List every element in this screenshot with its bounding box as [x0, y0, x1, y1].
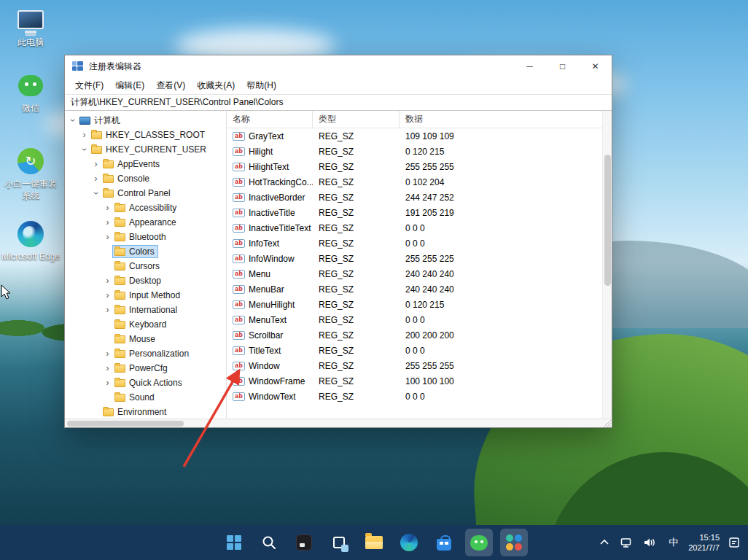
registry-value-row-windowtext[interactable]: abWindowTextREG_SZ0 0 0: [227, 389, 602, 404]
menu-favorites[interactable]: 收藏夹(A): [191, 77, 241, 94]
value-data: 240 240 240: [400, 284, 602, 295]
registry-value-row-inactiveborder[interactable]: abInactiveBorderREG_SZ244 247 252: [227, 190, 602, 205]
search-button[interactable]: [255, 529, 283, 556]
resize-grip[interactable]: [604, 420, 611, 427]
registry-value-row-menubar[interactable]: abMenuBarREG_SZ240 240 240: [227, 281, 602, 297]
tree-item-colors[interactable]: Colors: [65, 244, 226, 259]
notification-center-button[interactable]: [726, 534, 742, 551]
xiaobai-taskbar-button[interactable]: [500, 529, 528, 556]
tree-item-appevents[interactable]: ›AppEvents: [65, 157, 226, 171]
tree-item-international[interactable]: ›International: [65, 303, 226, 317]
chevron-collapsed-icon[interactable]: ›: [91, 159, 101, 169]
tree-item-bluetooth[interactable]: ›Bluetooth: [65, 230, 226, 244]
chevron-collapsed-icon[interactable]: ›: [103, 363, 112, 373]
desktop-icon-wechat[interactable]: 微信: [0, 71, 61, 114]
tree-item-quick-actions[interactable]: ›Quick Actions: [65, 376, 226, 390]
file-explorer-button[interactable]: [360, 529, 388, 556]
desktop-icon-edge[interactable]: Microsoft Edge: [0, 220, 61, 263]
chevron-collapsed-icon[interactable]: ›: [103, 232, 112, 242]
column-header-data[interactable]: 数据: [400, 113, 602, 125]
folder-icon: [114, 292, 125, 300]
tree-item-hkey-classes-root[interactable]: ›HKEY_CLASSES_ROOT: [65, 128, 226, 142]
volume-button[interactable]: [642, 535, 658, 550]
registry-value-row-graytext[interactable]: abGrayTextREG_SZ109 109 109: [227, 128, 602, 144]
registry-value-row-infotext[interactable]: abInfoTextREG_SZ0 0 0: [227, 236, 602, 251]
tray-expand-button[interactable]: [597, 537, 612, 548]
chevron-expanded-icon[interactable]: ›: [91, 189, 101, 198]
chevron-collapsed-icon[interactable]: ›: [103, 378, 112, 388]
registry-value-row-menutext[interactable]: abMenuTextREG_SZ0 0 0: [227, 312, 602, 327]
registry-value-row-menuhilight[interactable]: abMenuHilightREG_SZ0 120 215: [227, 297, 602, 312]
maximize-button[interactable]: □: [546, 55, 579, 77]
wechat-taskbar-button[interactable]: [465, 529, 493, 556]
network-button[interactable]: [618, 535, 635, 550]
registry-value-row-hottrackingco[interactable]: abHotTrackingCo...REG_SZ0 102 204: [227, 174, 602, 190]
registry-value-row-hilighttext[interactable]: abHilightTextREG_SZ255 255 255: [227, 159, 602, 174]
dark-app-button[interactable]: [290, 529, 318, 556]
column-header-name[interactable]: 名称: [227, 111, 313, 128]
registry-value-row-hilight[interactable]: abHilightREG_SZ0 120 215: [227, 144, 602, 159]
string-value-icon: ab: [233, 209, 245, 217]
horizontal-scrollbar[interactable]: [65, 419, 612, 427]
start-button[interactable]: [220, 529, 248, 556]
tree-item-environment[interactable]: Environment: [65, 405, 226, 419]
edge-button[interactable]: [395, 529, 423, 556]
chevron-collapsed-icon[interactable]: ›: [91, 174, 101, 184]
folder-icon: [114, 350, 125, 358]
chevron-collapsed-icon[interactable]: ›: [103, 276, 112, 286]
close-button[interactable]: ✕: [579, 55, 612, 77]
tree-item-accessibility[interactable]: ›Accessibility: [65, 201, 226, 215]
scrollbar-thumb[interactable]: [67, 421, 184, 427]
folder-icon: [91, 131, 102, 139]
registry-value-row-titletext[interactable]: abTitleTextREG_SZ0 0 0: [227, 343, 602, 358]
tree-item-personalization[interactable]: ›Personalization: [65, 346, 226, 361]
tree-item-keyboard[interactable]: Keyboard: [65, 317, 226, 332]
address-bar[interactable]: 计算机\HKEY_CURRENT_USER\Control Panel\Colo…: [65, 95, 612, 111]
menu-file[interactable]: 文件(F): [69, 77, 109, 94]
chevron-collapsed-icon[interactable]: ›: [103, 305, 112, 315]
folder-icon: [114, 204, 125, 212]
vertical-scrollbar[interactable]: [602, 111, 612, 419]
registry-value-row-scrollbar[interactable]: abScrollbarREG_SZ200 200 200: [227, 327, 602, 343]
chevron-collapsed-icon[interactable]: ›: [103, 217, 112, 228]
tree-item-appearance[interactable]: ›Appearance: [65, 215, 226, 230]
task-view-button[interactable]: [325, 529, 353, 556]
tree-item-input-method[interactable]: ›Input Method: [65, 288, 226, 303]
taskbar-clock[interactable]: 15:15 2021/7/7: [688, 532, 720, 553]
menu-edit[interactable]: 编辑(E): [109, 77, 150, 94]
tree-item-powercfg[interactable]: ›PowerCfg: [65, 361, 226, 376]
menu-help[interactable]: 帮助(H): [241, 77, 282, 94]
menu-view[interactable]: 查看(V): [150, 77, 191, 94]
chevron-collapsed-icon[interactable]: ›: [103, 203, 112, 213]
tree-item-control-panel[interactable]: ›Control Panel: [65, 186, 226, 201]
registry-value-row-window[interactable]: abWindowREG_SZ255 255 255: [227, 358, 602, 373]
chevron-expanded-icon[interactable]: ›: [79, 145, 90, 155]
tree-item-sound[interactable]: Sound: [65, 390, 226, 405]
registry-value-row-infowindow[interactable]: abInfoWindowREG_SZ255 255 225: [227, 251, 602, 266]
desktop-icon-label: 微信: [22, 103, 39, 114]
chevron-collapsed-icon[interactable]: ›: [103, 349, 112, 359]
column-header-type[interactable]: 类型: [313, 111, 400, 128]
tree-item-console[interactable]: ›Console: [65, 171, 226, 186]
tree-item-hkey-current-user[interactable]: ›HKEY_CURRENT_USER: [65, 142, 226, 157]
registry-value-row-windowframe[interactable]: abWindowFrameREG_SZ100 100 100: [227, 373, 602, 389]
registry-value-row-menu[interactable]: abMenuREG_SZ240 240 240: [227, 266, 602, 281]
registry-value-row-inactivetitle[interactable]: abInactiveTitleREG_SZ191 205 219: [227, 205, 602, 220]
ime-indicator[interactable]: 中: [665, 534, 682, 551]
registry-value-row-inactivetitletext[interactable]: abInactiveTitleTextREG_SZ0 0 0: [227, 220, 602, 236]
tree-item-[interactable]: ›计算机: [65, 113, 226, 128]
title-bar[interactable]: 注册表编辑器 ─ □ ✕: [65, 55, 612, 77]
tree-item-label: Environment: [117, 407, 166, 417]
desktop-icon-this-pc[interactable]: 此电脑: [0, 6, 61, 49]
desktop-icon-xiaobai[interactable]: ↻ 小白一键重装系统: [0, 147, 61, 201]
tree-item-cursors[interactable]: Cursors: [65, 259, 226, 273]
string-value-icon: ab: [233, 300, 245, 309]
tree-item-desktop[interactable]: ›Desktop: [65, 273, 226, 288]
chevron-collapsed-icon[interactable]: ›: [79, 130, 89, 140]
tree-item-mouse[interactable]: Mouse: [65, 332, 226, 346]
chevron-expanded-icon[interactable]: ›: [68, 116, 78, 125]
scrollbar-thumb[interactable]: [604, 155, 611, 286]
minimize-button[interactable]: ─: [513, 55, 546, 77]
chevron-collapsed-icon[interactable]: ›: [103, 290, 112, 300]
store-button[interactable]: [430, 529, 458, 556]
